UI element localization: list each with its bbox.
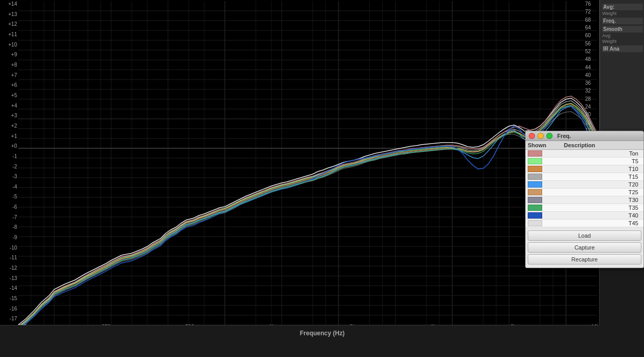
x-axis-label: Frequency (Hz)	[300, 330, 345, 337]
row-swatch-t35	[528, 205, 542, 211]
stats-smooth-label: Smooth	[602, 26, 643, 33]
table-row: T25	[526, 189, 643, 196]
row-swatch-ton	[528, 150, 542, 157]
window-maximize-button[interactable]	[546, 133, 553, 139]
stats-freq-label: Freq.	[602, 18, 643, 24]
stats-avg-label: Avg:	[602, 4, 643, 10]
row-label-t20: T20	[544, 181, 641, 188]
row-swatch-t10	[528, 166, 542, 172]
row-swatch-t30	[528, 197, 542, 203]
floating-window-title: Freq.	[557, 133, 571, 139]
x-axis-bar: Frequency (Hz)	[0, 325, 600, 341]
row-swatch-t20	[528, 181, 542, 188]
load-button[interactable]: Load	[528, 230, 641, 241]
table-row: T45	[526, 220, 643, 227]
row-swatch-t45	[528, 220, 542, 226]
frequency-chart	[18, 1, 597, 333]
table-row: T5	[526, 158, 643, 165]
floating-freq-window: Freq. Shown Description Ton T5 T10 T15 T…	[525, 131, 644, 268]
row-label-t15: T15	[544, 174, 641, 180]
row-label-t30: T30	[544, 197, 641, 203]
stats-weight2-label: Weight	[602, 39, 617, 44]
row-swatch-t5	[528, 158, 542, 164]
stats-ir-label: IR Ana	[602, 45, 643, 52]
row-swatch-t15	[528, 174, 542, 180]
table-header: Shown Description	[526, 141, 643, 150]
col-header-description: Description	[564, 142, 641, 148]
row-label-t5: T5	[544, 158, 641, 164]
recapture-button[interactable]: Recapture	[528, 254, 641, 265]
table-row: T15	[526, 173, 643, 181]
window-close-button[interactable]	[529, 133, 535, 139]
row-label-t10: T10	[544, 166, 641, 172]
y-axis-right: 76 72 68 64 60 56 52 48 44 40 36 32 28 2…	[584, 0, 600, 134]
floating-content: Shown Description Ton T5 T10 T15 T20 T25	[526, 141, 643, 268]
table-row: T10	[526, 165, 643, 173]
stats-weight-label: Weight	[602, 11, 617, 16]
row-swatch-t40	[528, 212, 542, 219]
y-axis-left: +14 +13 +12 +11 +10 +9 +8 +7 +6 +5 +4 +3…	[0, 0, 18, 341]
stats-avg2-label: Avg:	[602, 33, 611, 38]
table-row: Ton	[526, 150, 643, 158]
button-row: Load Capture Recapture	[526, 227, 643, 268]
col-header-shown: Shown	[528, 142, 564, 148]
row-label-t45: T45	[544, 220, 641, 226]
row-label-ton: Ton	[544, 150, 641, 157]
floating-titlebar: Freq.	[526, 131, 643, 141]
row-label-t40: T40	[544, 212, 641, 219]
svg-rect-0	[18, 1, 597, 333]
table-row: T20	[526, 181, 643, 189]
stats-panel: Avg: Weight Freq. Smooth Avg: Weight IR …	[600, 0, 644, 131]
chart-area: +14 +13 +12 +11 +10 +9 +8 +7 +6 +5 +4 +3…	[0, 0, 600, 341]
row-swatch-t25	[528, 189, 542, 195]
row-label-t25: T25	[544, 189, 641, 195]
table-row: T35	[526, 204, 643, 212]
table-row: T40	[526, 212, 643, 220]
row-label-t35: T35	[544, 205, 641, 211]
window-minimize-button[interactable]	[538, 133, 544, 139]
capture-button[interactable]: Capture	[528, 242, 641, 253]
table-row: T30	[526, 196, 643, 204]
